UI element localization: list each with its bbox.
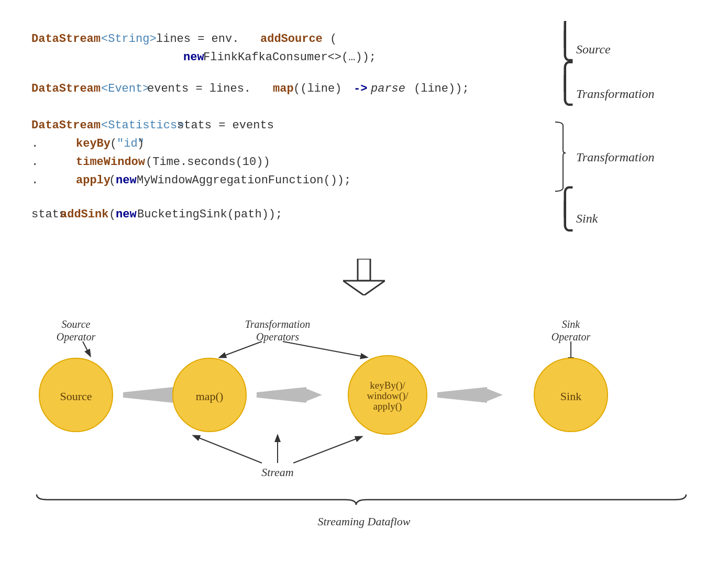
code-line8-addsink: addSink [60, 208, 108, 221]
code-line5-keyby: keyBy [76, 137, 111, 150]
source-label: Source [576, 42, 611, 56]
code-line5-dot: . [31, 137, 38, 150]
diagram-svg: Source Operator Transformation Operators… [21, 311, 707, 510]
code-svg: DataStream <String> lines = env. addSour… [21, 21, 707, 246]
code-line8-bucket: BucketingSink(path)); [137, 208, 282, 221]
sink-op-label-line2: Operator [551, 331, 591, 343]
arrow-shaft [358, 259, 370, 281]
source-node-label: Source [60, 390, 92, 403]
down-arrow-container [21, 259, 707, 295]
keyby-node-label3: apply() [373, 401, 402, 412]
code-line1-paren: ( [330, 32, 337, 46]
transform-op-label-line1: Transformation [245, 318, 310, 330]
arrow-map-keyby [257, 387, 306, 403]
streaming-dataflow-label: Streaming Dataflow [317, 515, 410, 528]
code-section: DataStream <String> lines = env. addSour… [21, 21, 707, 528]
down-arrow-svg [343, 259, 385, 295]
code-line1-addsource: addSource [260, 32, 323, 46]
arrow-map-keyby-head [306, 389, 322, 401]
code-line7-new-kw: new [116, 174, 137, 187]
stream-label: Stream [261, 466, 294, 479]
code-line1-mid: lines = env. [156, 32, 239, 46]
code-line8-new-kw: new [116, 208, 137, 221]
transform-label-arrow2 [283, 341, 367, 357]
bottom-brace [37, 494, 686, 505]
code-line3-end: (line)); [414, 82, 469, 95]
arrow-head [343, 281, 385, 295]
transform-label-arrow1 [220, 341, 262, 357]
map-node-label: map() [196, 390, 224, 403]
source-op-label-line2: Operator [57, 331, 96, 343]
transform1-bracket-bot: ⎩ [555, 74, 575, 106]
transform2-label: Transformation [576, 150, 654, 164]
code-line6-dot: . [31, 156, 38, 169]
arrow-keyby-sink [437, 387, 487, 403]
transform-op-label-line2: Operators [256, 331, 299, 343]
code-line7-apply: apply [76, 174, 111, 187]
code-line1-datastream: DataStream [31, 32, 101, 46]
source-op-label-line1: Source [62, 318, 91, 330]
code-line6-timewindow: timeWindow [76, 156, 146, 169]
code-line3-mid1: events = lines. [147, 82, 251, 95]
keyby-node-label2: window()/ [367, 390, 409, 402]
code-line5-paren: ( [110, 137, 117, 150]
keyby-node-label1: keyBy()/ [370, 380, 405, 391]
code-line8-new: ( [109, 208, 116, 221]
code-line7-new: ( [109, 174, 116, 187]
stream-keyby-arrow [293, 437, 361, 463]
source-label-arrow [83, 341, 90, 356]
arrow-keyby-sink-head [487, 389, 503, 401]
code-line2-new: new [183, 51, 204, 64]
code-line7-dot: . [31, 174, 38, 187]
code-line3-paren: ((line) [293, 82, 341, 95]
code-line1-type: <String> [101, 32, 157, 46]
code-line6-end: (Time.seconds(10)) [146, 156, 270, 169]
code-line7-func: MyWindowAggregationFunction()); [137, 174, 351, 187]
code-line4-type: <Statistics> [101, 119, 184, 132]
bottom-label-container: Streaming Dataflow [21, 515, 707, 528]
code-line4-datastream: DataStream [31, 119, 101, 132]
source-bracket-mid: ⎩ [555, 30, 575, 62]
transform2-bracket [555, 122, 566, 191]
stream-map-arrow [194, 436, 262, 463]
arrow-source-map [123, 387, 173, 403]
sink-op-label-line1: Sink [562, 318, 581, 330]
sink-node-label: Sink [560, 390, 581, 403]
sink-label: Sink [576, 212, 598, 225]
code-line2-consumer: FlinkKafkaConsumer<>(…)); [203, 51, 376, 64]
code-line3-datastream: DataStream [31, 82, 101, 95]
code-line3-map: map [273, 82, 294, 95]
code-line4-mid: stats = events [177, 119, 274, 132]
code-line3-parse: parse [370, 82, 405, 95]
page-container: DataStream <String> lines = env. addSour… [0, 0, 728, 573]
transform1-label: Transformation [576, 87, 654, 101]
code-line5-end: ) [137, 137, 144, 150]
code-line3-arrow: -> [354, 82, 367, 95]
code-line3-type: <Event> [101, 82, 149, 95]
sink-bracket-bot: ⎩ [555, 200, 575, 232]
